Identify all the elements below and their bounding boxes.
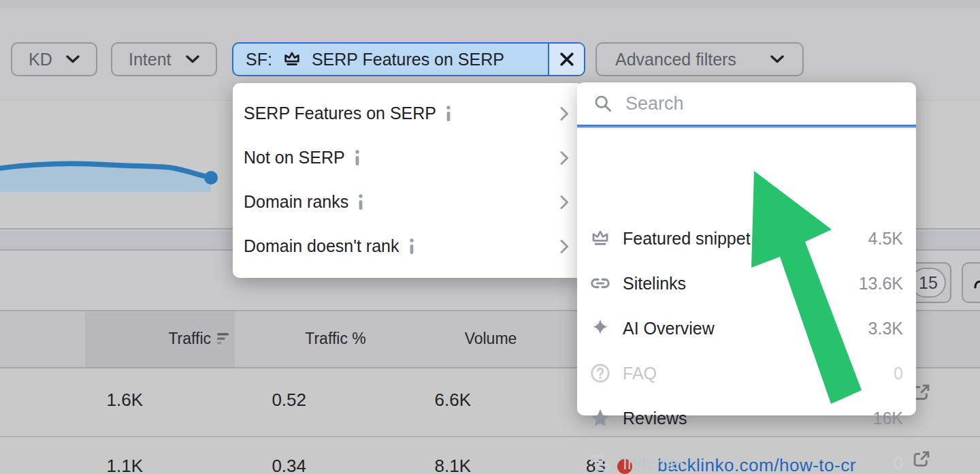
crown-icon [282,49,302,69]
chevron-down-icon [770,55,784,63]
feature-label: FAQ [623,364,657,383]
feature-item-ai-overview[interactable]: AI Overview 3.3K [577,306,916,351]
screen: KD Intent SF: SERP Features on SERP Adva… [0,0,980,474]
feature-label: AI Overview [623,319,715,338]
serp-features-chip-button[interactable]: SF: SERP Features on SERP [233,44,548,75]
menu-item-label: SERP Features on SERP [244,104,436,123]
menu-item-serp-features-on-serp[interactable]: SERP Features on SERP [233,91,584,136]
page-size-value: 15 [919,273,938,293]
row2-traffic: 1.1K [41,456,143,474]
menu-item-domain-doesnt-rank[interactable]: Domain doesn't rank [233,224,584,268]
traffic-header-label: Traffic [168,330,211,348]
export-icon [971,271,980,294]
column-header-traffic[interactable]: Traffic [85,330,230,348]
info-icon [355,150,361,166]
serp-filter-menu: SERP Features on SERP Not on SERP Domain… [233,83,584,278]
menu-item-not-on-serp[interactable]: Not on SERP [233,136,584,180]
feature-count: 0 [894,364,903,383]
feature-item-sitelinks[interactable]: Sitelinks 13.6K [577,261,916,306]
kd-filter-label: KD [29,50,52,69]
volume-header-label: Volume [465,330,517,348]
intent-filter-label: Intent [129,50,172,69]
chevron-right-icon [560,239,569,253]
chevron-down-icon [66,55,80,63]
row2-traffic-pct: 0.34 [204,456,306,474]
serp-features-filter-chip: SF: SERP Features on SERP [232,42,585,76]
traffic-pct-header-label: Traffic % [305,330,365,348]
advanced-filters-button[interactable]: Advanced filters [595,42,804,76]
info-icon [446,106,452,122]
close-icon [560,52,574,66]
question-circle-icon [589,362,611,384]
feature-label: Featured snippet [623,229,751,249]
feature-count: 13.6K [859,274,903,294]
feature-label: Sitelinks [623,274,686,294]
feature-item-faq[interactable]: FAQ 0 [577,351,916,396]
menu-item-label: Not on SERP [244,148,345,168]
feature-label: Reviews [623,409,687,428]
feature-item-indented[interactable]: Indented 0 [577,441,916,474]
menu-item-label: Domain doesn't rank [244,236,399,256]
chevron-down-icon [186,55,199,63]
column-header-volume[interactable]: Volume [427,330,554,348]
search-row [577,82,916,125]
menu-item-domain-ranks[interactable]: Domain ranks [233,180,584,224]
feature-label: Indented [623,454,689,473]
kd-filter-button[interactable]: KD [11,42,97,76]
sparkle-icon [589,317,611,339]
star-icon [589,407,611,429]
link-icon [589,272,611,294]
crown-icon [589,227,611,249]
export-button[interactable] [962,262,980,303]
search-icon [593,94,612,113]
feature-item-featured-snippet[interactable]: Featured snippet 4.5K [577,216,916,261]
row1-volume: 6.6K [369,390,471,411]
menu-item-label: Domain ranks [244,192,348,212]
chevron-right-icon [560,151,569,165]
column-header-traffic-pct[interactable]: Traffic % [272,330,399,348]
chevron-right-icon [560,106,569,121]
search-input[interactable] [625,93,884,114]
info-icon [358,194,364,210]
row2-volume: 8.1K [369,456,471,474]
search-focus-underline [577,125,916,128]
feature-count: 0 [894,454,903,473]
feature-list: Featured snippet 4.5K Sitelinks 13.6K AI… [577,216,916,474]
chevron-right-icon [560,195,569,209]
chip-prefix: SF: [246,50,272,69]
info-icon [409,238,415,255]
top-strip [0,0,980,8]
serp-feature-submenu: Featured snippet 4.5K Sitelinks 13.6K AI… [577,82,916,415]
feature-item-reviews[interactable]: Reviews 16K [577,396,916,441]
feature-count: 3.3K [868,319,903,338]
indented-icon [589,452,611,474]
remove-filter-button[interactable] [548,44,584,75]
chip-label: SERP Features on SERP [312,50,504,69]
intent-filter-button[interactable]: Intent [111,42,217,76]
advanced-filters-label: Advanced filters [615,50,736,69]
sort-descending-icon [217,333,230,345]
feature-count: 16K [873,409,903,428]
traffic-trend-chart [0,101,231,231]
row1-traffic-pct: 0.52 [204,390,306,411]
row1-traffic: 1.6K [41,390,143,411]
chart-endpoint-dot [204,171,218,185]
feature-count: 4.5K [868,229,903,249]
